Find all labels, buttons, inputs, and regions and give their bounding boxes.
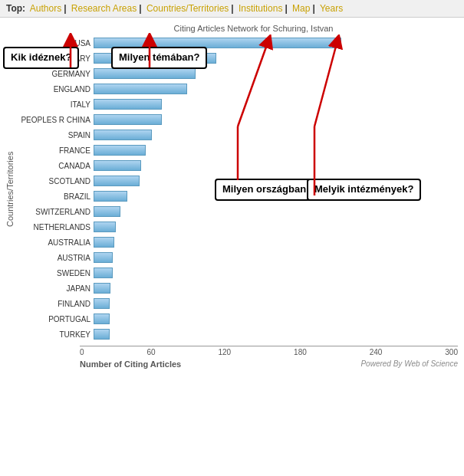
- bar-track: 43: [94, 145, 458, 156]
- bar-label: ENGLAND: [17, 85, 94, 94]
- bar-fill: [94, 160, 141, 171]
- x-axis-ticks: [80, 346, 458, 346]
- bar-label: BRAZIL: [17, 192, 94, 201]
- bar-row: SWEDEN16: [17, 266, 458, 280]
- bar-track: 77: [94, 84, 458, 94]
- bar-label: CANADA: [17, 162, 94, 170]
- main-container: Kik idéznek? Milyen témában? Milyen orsz…: [0, 18, 464, 375]
- bar-row: AUSTRALIA17: [17, 235, 458, 249]
- sep3: |: [231, 3, 233, 14]
- bar-row: NETHERLANDS18: [17, 220, 458, 234]
- x-tick: 120: [219, 348, 232, 356]
- x-tick: 180: [294, 348, 307, 356]
- bar-fill: [94, 283, 110, 294]
- bar-track: 13: [94, 298, 458, 309]
- bar-row: PEOPLES R CHINA56: [17, 113, 458, 126]
- bar-label: ITALY: [17, 100, 94, 109]
- chart-area: Countries/Territories USA204HUNGARY101GE…: [3, 36, 458, 369]
- bar-label: SPAIN: [17, 131, 94, 140]
- bar-fill: [94, 252, 113, 263]
- bar-fill: [94, 237, 114, 248]
- x-tick: 240: [370, 348, 383, 356]
- bar-fill: [94, 176, 140, 186]
- bar-row: ITALY56: [17, 97, 458, 111]
- bar-fill: [94, 130, 152, 140]
- bar-label: NETHERLANDS: [17, 223, 94, 231]
- x-tick: 60: [146, 348, 155, 356]
- bar-label: SWITZERLAND: [17, 208, 94, 216]
- bar-label: AUSTRALIA: [17, 238, 94, 247]
- bar-label: JAPAN: [17, 284, 94, 293]
- y-axis-label: Countries/Territories: [3, 36, 17, 343]
- bar-label: SCOTLAND: [17, 177, 94, 185]
- bar-row: SPAIN48: [17, 128, 458, 142]
- bar-label: AUSTRIA: [17, 254, 94, 262]
- bar-row: FINLAND13: [17, 297, 458, 310]
- bar-label: TURKEY: [17, 330, 94, 339]
- bar-track: 39: [94, 160, 458, 171]
- bar-track: 16: [94, 252, 458, 263]
- bar-row: SWITZERLAND22: [17, 205, 458, 218]
- callout-institutions: Melyik intézmények?: [307, 179, 421, 201]
- x-axis-title-row: Number of Citing Articles Powered By Web…: [3, 359, 458, 369]
- bar-track: 84: [94, 68, 458, 79]
- bar-label: USA: [17, 39, 94, 48]
- sep1: |: [64, 3, 66, 14]
- callout-authors: Kik idéznek?: [3, 47, 79, 69]
- bar-label: FRANCE: [17, 146, 94, 155]
- x-tick: 0: [80, 348, 84, 356]
- bar-row: JAPAN14: [17, 281, 458, 295]
- bar-fill: [94, 99, 162, 110]
- bar-track: 22: [94, 206, 458, 217]
- bar-fill: [94, 329, 110, 340]
- bar-track: 16: [94, 268, 458, 278]
- top-nav: Top: Authors| Research Areas| Countries/…: [0, 0, 464, 18]
- bar-track: 56: [94, 99, 458, 110]
- sep5: |: [312, 3, 314, 14]
- sep4: |: [285, 3, 287, 14]
- nav-map[interactable]: Map: [292, 3, 310, 14]
- bar-fill: [94, 206, 120, 217]
- bar-row: USA204: [17, 36, 458, 50]
- bar-fill: [94, 84, 187, 94]
- bar-row: HUNGARY101: [17, 51, 458, 65]
- bar-fill: [94, 222, 116, 232]
- x-axis-area: 060120180240300: [3, 346, 458, 356]
- x-tick: 300: [445, 348, 458, 356]
- bar-row: GERMANY84: [17, 67, 458, 80]
- bar-track: 13: [94, 329, 458, 340]
- bar-row: PORTUGAL13: [17, 312, 458, 326]
- bar-label: FINLAND: [17, 300, 94, 308]
- nav-institutions[interactable]: Institutions: [239, 3, 282, 14]
- bar-track: 56: [94, 114, 458, 125]
- nav-years[interactable]: Years: [320, 3, 343, 14]
- bar-track: 18: [94, 222, 458, 232]
- callout-research-areas: Milyen témában?: [111, 47, 207, 69]
- nav-countries[interactable]: Countries/Territories: [146, 3, 229, 14]
- bar-track: 17: [94, 237, 458, 248]
- bar-row: FRANCE43: [17, 143, 458, 157]
- bar-label: PEOPLES R CHINA: [17, 116, 94, 124]
- bar-row: CANADA39: [17, 159, 458, 172]
- bar-fill: [94, 191, 127, 202]
- bar-track: 13: [94, 314, 458, 324]
- bar-fill: [94, 114, 162, 125]
- bar-track: 14: [94, 283, 458, 294]
- bar-row: AUSTRIA16: [17, 251, 458, 264]
- x-axis-title: Number of Citing Articles: [80, 359, 181, 369]
- bar-label: GERMANY: [17, 70, 94, 78]
- nav-prefix: Top:: [6, 3, 25, 14]
- bar-label: PORTUGAL: [17, 315, 94, 323]
- powered-by: Powered By Web of Science: [360, 359, 458, 369]
- nav-research-areas[interactable]: Research Areas: [71, 3, 137, 14]
- sep2: |: [139, 3, 141, 14]
- x-axis-labels: 060120180240300: [80, 348, 458, 356]
- bar-fill: [94, 314, 110, 324]
- bar-fill: [94, 298, 110, 309]
- chart-title: Citing Articles Network for Schuring, Is…: [3, 24, 458, 33]
- bar-fill: [94, 68, 196, 79]
- bar-track: 48: [94, 130, 458, 140]
- bar-fill: [94, 145, 146, 156]
- nav-authors[interactable]: Authors: [30, 3, 61, 14]
- bar-row: ENGLAND77: [17, 82, 458, 96]
